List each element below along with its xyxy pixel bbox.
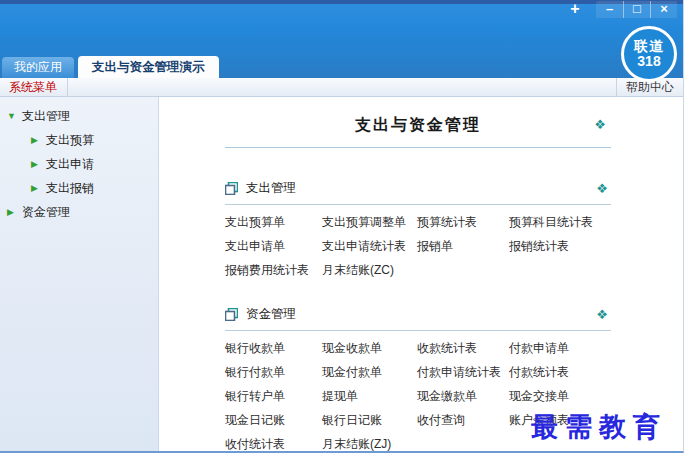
sidebar-item-label: 支出申请 bbox=[46, 152, 94, 176]
menu-link[interactable]: 报销统计表 bbox=[509, 234, 611, 258]
triangle-right-icon[interactable]: ▶ bbox=[31, 176, 46, 200]
menu-link[interactable]: 银行转户单 bbox=[225, 384, 322, 408]
section-0: 支出管理❖支出预算单支出预算调整单预算统计表预算科目统计表支出申请单支出申请统计… bbox=[225, 180, 611, 282]
diamond-icon: ❖ bbox=[594, 118, 606, 131]
triangle-right-icon[interactable]: ▶ bbox=[7, 200, 22, 224]
menu-link[interactable]: 现金付款单 bbox=[322, 360, 417, 384]
diamond-icon: ❖ bbox=[596, 308, 608, 321]
sidebar-item-2[interactable]: ▶支出申请 bbox=[0, 152, 158, 176]
section-header: 资金管理❖ bbox=[225, 306, 611, 331]
menu-link[interactable]: 现金缴款单 bbox=[417, 384, 509, 408]
section-header: 支出管理❖ bbox=[225, 180, 611, 205]
menu-link[interactable]: 收款统计表 bbox=[417, 336, 509, 360]
page-title: 支出与资金管理 bbox=[225, 115, 611, 136]
sidebar-item-0[interactable]: ▼支出管理 bbox=[0, 104, 158, 128]
menu-link[interactable]: 支出申请统计表 bbox=[322, 234, 417, 258]
menu-link[interactable]: 现金日记账 bbox=[225, 408, 322, 432]
tab-1-active[interactable]: 支出与资金管理演示 bbox=[78, 56, 219, 78]
menu-link[interactable]: 银行收款单 bbox=[225, 336, 322, 360]
triangle-right-icon[interactable]: ▶ bbox=[31, 152, 46, 176]
sidebar-item-label: 支出报销 bbox=[46, 176, 94, 200]
menu-link[interactable]: 付款统计表 bbox=[509, 360, 611, 384]
close-button[interactable]: × bbox=[650, 1, 677, 18]
page-title-block: 支出与资金管理 ❖ bbox=[225, 115, 611, 148]
window-controls: +–□× bbox=[564, 1, 677, 18]
triangle-right-icon[interactable]: ▶ bbox=[31, 128, 46, 152]
new-tab-button[interactable]: + bbox=[564, 1, 586, 18]
menu-link[interactable]: 收付统计表 bbox=[225, 432, 322, 453]
menu-bar: 系统菜单 帮助中心 bbox=[0, 78, 683, 97]
menu-link[interactable]: 现金收款单 bbox=[322, 336, 417, 360]
main-content: 支出与资金管理 ❖ 支出管理❖支出预算单支出预算调整单预算统计表预算科目统计表支… bbox=[159, 97, 683, 451]
sidebar-item-label: 资金管理 bbox=[22, 200, 70, 224]
system-menu-button[interactable]: 系统菜单 bbox=[0, 78, 68, 97]
diamond-icon: ❖ bbox=[596, 182, 608, 195]
menu-link[interactable]: 报销单 bbox=[417, 234, 509, 258]
menu-link[interactable]: 收付查询 bbox=[417, 408, 509, 432]
brand-logo-number: 318 bbox=[637, 54, 660, 69]
tab-0[interactable]: 我的应用 bbox=[2, 57, 74, 78]
menu-link[interactable]: 支出预算调整单 bbox=[322, 210, 417, 234]
maximize-button[interactable]: □ bbox=[623, 1, 650, 18]
menu-link[interactable]: 月末结账(ZJ) bbox=[322, 432, 417, 453]
sidebar-item-3[interactable]: ▶支出报销 bbox=[0, 176, 158, 200]
cascade-windows-icon bbox=[225, 308, 238, 321]
sidebar-item-1[interactable]: ▶支出预算 bbox=[0, 128, 158, 152]
app-window: +–□× 联道 318 我的应用支出与资金管理演示 系统菜单 帮助中心 ▼支出管… bbox=[0, 0, 684, 453]
minimize-button[interactable]: – bbox=[596, 1, 623, 18]
menu-link[interactable]: 支出预算单 bbox=[225, 210, 322, 234]
brand-logo: 联道 318 bbox=[621, 26, 677, 82]
menu-link[interactable]: 银行日记账 bbox=[322, 408, 417, 432]
title-bar: +–□× 联道 318 我的应用支出与资金管理演示 bbox=[0, 0, 683, 78]
section-links: 支出预算单支出预算调整单预算统计表预算科目统计表支出申请单支出申请统计表报销单报… bbox=[225, 210, 611, 282]
menu-link[interactable]: 报销费用统计表 bbox=[225, 258, 322, 282]
menu-link[interactable]: 提现单 bbox=[322, 384, 417, 408]
brand-logo-text: 联道 bbox=[634, 39, 664, 54]
menu-link[interactable]: 支出申请单 bbox=[225, 234, 322, 258]
sidebar-item-4[interactable]: ▶资金管理 bbox=[0, 200, 158, 224]
menu-link[interactable]: 付款申请单 bbox=[509, 336, 611, 360]
menu-link[interactable]: 月末结账(ZC) bbox=[322, 258, 417, 282]
triangle-down-icon[interactable]: ▼ bbox=[7, 104, 22, 128]
menu-link[interactable]: 预算科目统计表 bbox=[509, 210, 611, 234]
sidebar-tree: ▼支出管理▶支出预算▶支出申请▶支出报销▶资金管理 bbox=[0, 97, 159, 451]
sidebar-item-label: 支出预算 bbox=[46, 128, 94, 152]
section-title: 支出管理 bbox=[246, 180, 296, 197]
cascade-windows-icon bbox=[225, 182, 238, 195]
menu-link[interactable]: 银行付款单 bbox=[225, 360, 322, 384]
tab-bar: 我的应用支出与资金管理演示 bbox=[2, 56, 219, 78]
watermark-text: 最需教育 bbox=[531, 409, 667, 445]
sidebar-item-label: 支出管理 bbox=[22, 104, 70, 128]
menu-link[interactable]: 预算统计表 bbox=[417, 210, 509, 234]
section-title: 资金管理 bbox=[246, 306, 296, 323]
menu-link[interactable]: 现金交接单 bbox=[509, 384, 611, 408]
menu-link[interactable]: 付款申请统计表 bbox=[417, 360, 509, 384]
